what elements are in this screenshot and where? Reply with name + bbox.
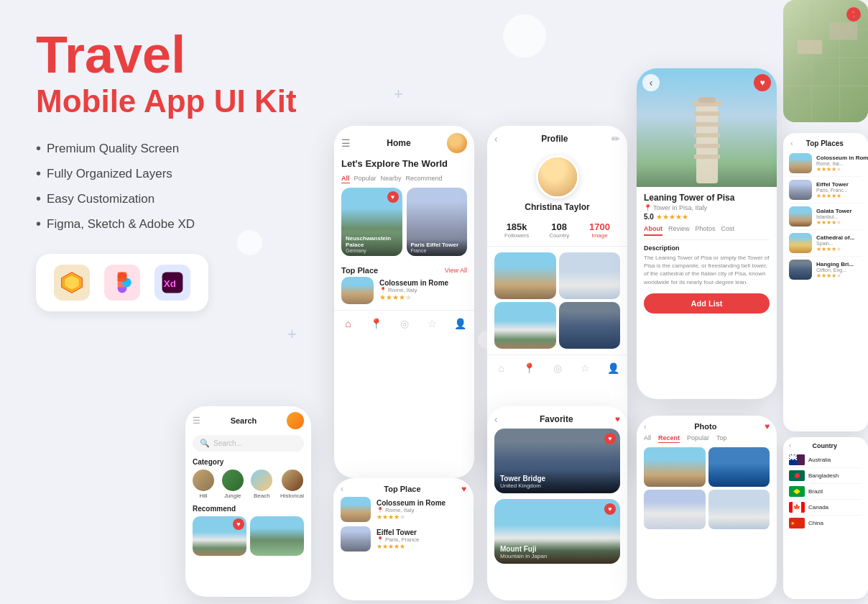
nav-home[interactable]: ⌂ [341,316,356,331]
photo-heart[interactable]: ♥ [765,421,770,431]
nav-user[interactable]: 👤 [453,316,468,331]
tl-name-4: Cathedral of... [816,234,862,241]
search-menu-icon[interactable]: ☰ [193,416,200,426]
tl-loc-5: Clifton, Eng... [816,267,862,273]
country-ca[interactable]: 🍁 Canada [789,500,862,516]
pg-2[interactable] [708,447,770,487]
photo-tab-recent[interactable]: Recent [658,434,680,443]
phone-topplace: ‹ Top Place ♥ Colosseum in Rome 📍 Rome, … [333,478,474,600]
tl-loc-1: Rome, Ital... [816,161,868,166]
country-br[interactable]: Brazil [789,484,862,500]
home-nav-bar: ⌂ 📍 ◎ ☆ 👤 [334,310,474,337]
toplist-item-4[interactable]: Cathedral of... Spain... ★★★★★ [789,230,862,257]
fav-fuji[interactable]: Mount Fuji Mountain in Japan ♥ [494,499,620,564]
search-input-wrapper[interactable]: 🔍 Search... [193,435,304,452]
pisa-back-btn[interactable]: ‹ [642,74,660,91]
cat-jungle[interactable]: Jungle [222,470,244,499]
menu-icon[interactable]: ☰ [341,137,351,149]
avatar[interactable] [447,133,467,153]
pg-4[interactable] [708,490,770,529]
toplist-item-3[interactable]: Galata Tower Istanbul... ★★★★★ [789,203,862,230]
photo-back[interactable]: ‹ [644,422,647,431]
photo-grid-1[interactable] [494,252,556,299]
left-panel: Travel Mobile App UI Kit Premium Quality… [36,29,338,311]
photo-tab-top[interactable]: Top [716,434,727,443]
cat-beach[interactable]: Beach [251,470,272,499]
fav-bridge[interactable]: Tower Bridge United Kingdom ♥ [494,429,620,493]
nav-location[interactable]: 📍 [369,316,384,331]
tab-all[interactable]: All [341,175,350,183]
colosseum-name: Colosseum in Rome [379,279,467,287]
search-avatar [287,412,304,429]
photo-tab-all[interactable]: All [644,434,651,443]
recommend-1[interactable]: ♥ [193,516,246,556]
p-nav-compass[interactable]: ◎ [550,361,565,375]
edit-icon[interactable]: ✏ [611,133,620,145]
add-list-button[interactable]: Add List [644,293,770,314]
cat-hill[interactable]: Hill [193,470,214,499]
fav-heart-1: ♥ [604,433,616,444]
country-bd[interactable]: Bangladesh [789,468,862,484]
p-nav-location[interactable]: 📍 [522,361,537,375]
search-glass-icon: 🔍 [200,439,210,448]
tp-colosseum-row[interactable]: Colosseum in Rome 📍 Rome, Italy ★★★★★ [341,497,466,522]
detail-tab-cost[interactable]: Cost [721,225,735,236]
back-icon[interactable]: ‹ [494,133,498,145]
tl-stars-5: ★★★★★ [816,273,862,279]
toplist-item-2[interactable]: Eiffel Tower Paris, Franc... ★★★★★ [789,177,862,203]
card-pisa-detail: ‹ ♥ Leaning Tower of Pisa 📍 Tower in Pis… [637,68,777,399]
recommend-2[interactable] [250,516,304,556]
tp-eiffel-row[interactable]: Eiffel Tower 📍 Paris, France ★★★★★ [341,526,466,552]
p-nav-home[interactable]: ⌂ [494,361,509,375]
profile-stats: 185k Followers 108 Country 1700 Image [487,218,627,247]
feature-4: Figma, Sketch & Adobe XD [36,216,338,232]
tab-popular[interactable]: Popular [354,175,377,183]
photo-grid-2[interactable] [559,252,621,299]
toplist-title: Top Places [806,139,844,147]
tp-heart[interactable]: ♥ [461,484,466,494]
place-card-1[interactable]: Neuschwanstein Palace Germany ♥ [341,188,402,256]
cat-historical[interactable]: Historical [280,470,304,499]
tools-row: Xd [36,254,208,311]
tl-name-1: Colosseum in Rome [816,155,868,161]
pisa-heart-btn[interactable]: ♥ [754,74,771,91]
category-label: Category [193,458,304,466]
country-au[interactable]: Australia [789,452,862,468]
deco-circle-1 [503,14,546,58]
p-nav-bookmark[interactable]: ☆ [578,361,593,375]
profile-avatar [536,155,579,198]
country-back[interactable]: ‹ [789,441,791,449]
detail-tab-photos[interactable]: Photos [696,225,716,236]
photo-grid-3[interactable] [494,302,556,349]
country-cn[interactable]: ★ China [789,516,862,531]
toplist-back[interactable]: ‹ [790,139,793,147]
nav-compass[interactable]: ◎ [397,316,412,331]
fav-badge-r1: ♥ [233,518,244,530]
tab-nearby[interactable]: Nearby [381,175,402,183]
place-card-2[interactable]: Paris Eiffel Tower France [407,188,468,256]
view-all-link[interactable]: View All [445,267,467,274]
tp-back-icon[interactable]: ‹ [341,484,343,494]
fav-back-icon[interactable]: ‹ [494,413,498,425]
tab-recommend[interactable]: Recommend [406,175,443,183]
p-nav-user[interactable]: 👤 [606,361,621,375]
toplist-item-5[interactable]: Hanging Bri... Clifton, Eng... ★★★★★ [789,257,862,283]
toplist-item-1[interactable]: Colosseum in Rome Rome, Ital... ★★★★★ [789,150,862,177]
nav-bookmark[interactable]: ☆ [425,316,440,331]
search-placeholder: Search... [213,439,242,447]
colosseum-row[interactable]: Colosseum in Rome 📍 Rome, Italy ★★★★★ [334,277,474,310]
country-au-name: Australia [808,457,831,463]
svg-rect-13 [694,133,720,137]
feature-2: Fully Organized Layers [36,165,338,182]
fav-heart[interactable]: ♥ [615,414,620,424]
pg-3[interactable] [644,490,706,529]
profile-title: Profile [541,134,568,144]
detail-tab-review[interactable]: Review [668,225,690,236]
pg-1[interactable] [644,447,706,487]
detail-tab-about[interactable]: About [644,225,662,236]
card-photo: ‹ Photo ♥ All Recent Popular Top [637,416,777,599]
tl-stars-3: ★★★★★ [816,219,862,226]
photo-grid-4[interactable] [559,302,621,349]
svg-text:Xd: Xd [164,279,176,290]
photo-tab-popular[interactable]: Popular [687,434,709,443]
